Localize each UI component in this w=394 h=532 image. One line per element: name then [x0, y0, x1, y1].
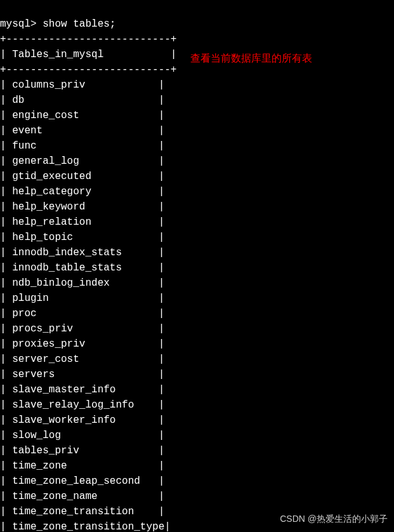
table-header-row: | Tables_in_mysql | [0, 49, 176, 60]
terminal-output: mysql> show tables; +-------------------… [0, 0, 394, 532]
table-body: | columns_priv | | db | | engine_cost | … [0, 77, 394, 532]
command: show tables; [43, 18, 115, 30]
table-border-mid: +---------------------------+ [0, 64, 176, 76]
table-border-top: +---------------------------+ [0, 34, 176, 45]
watermark-text: CSDN @热爱生活的小郭子 [280, 512, 388, 526]
prompt: mysql> [0, 18, 43, 30]
annotation-text: 查看当前数据库里的所有表 [190, 51, 312, 66]
table-header: Tables_in_mysql [12, 49, 103, 60]
prompt-line: mysql> show tables; [0, 18, 115, 30]
